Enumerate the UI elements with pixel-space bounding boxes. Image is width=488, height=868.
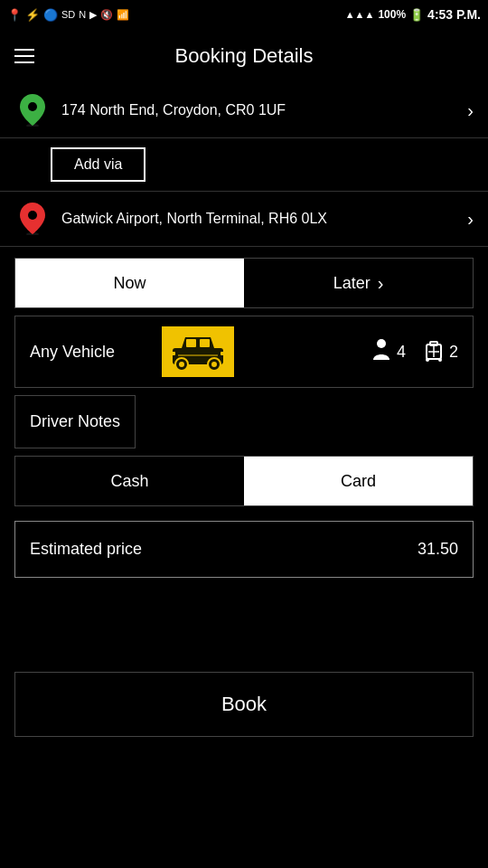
luggage-count: 2: [424, 338, 458, 366]
timing-toggle: Now Later ›: [14, 258, 474, 308]
vehicle-section[interactable]: Any Vehicle: [14, 316, 474, 388]
bottom-area: Book: [0, 592, 488, 755]
estimated-price-row: Estimated price 31.50: [14, 521, 474, 578]
svg-point-3: [28, 211, 37, 220]
svg-point-10: [211, 362, 217, 367]
sync-icon: 🔵: [43, 8, 58, 22]
time-display: 4:53 P.M.: [427, 7, 481, 22]
payment-toggle: Cash Card: [14, 456, 474, 506]
svg-point-19: [426, 358, 429, 362]
status-icons-left: 📍 ⚡ 🔵 SD N ▶ 🔇 📶: [7, 8, 129, 22]
later-chevron-icon: ›: [378, 273, 384, 294]
app-header: Booking Details: [0, 29, 488, 83]
later-label: Later: [333, 274, 371, 293]
dropoff-pin-icon: [14, 203, 51, 235]
svg-rect-12: [221, 352, 225, 355]
svg-point-9: [179, 362, 184, 367]
svg-rect-6: [200, 339, 210, 347]
mute-icon: 🔇: [100, 9, 113, 21]
sd-icon: SD: [61, 9, 75, 20]
battery-icon: 🔋: [409, 8, 424, 22]
dropoff-chevron-icon: ›: [467, 209, 474, 230]
battery-percent: 100%: [378, 8, 406, 21]
svg-point-1: [28, 102, 37, 111]
luggage-icon: [424, 338, 444, 366]
estimated-price-label: Estimated price: [30, 540, 142, 559]
later-option[interactable]: Later ›: [244, 259, 473, 307]
passenger-count: 4: [371, 338, 406, 366]
play-icon: ▶: [89, 9, 97, 21]
vehicle-details: 4 2: [249, 338, 458, 366]
person-icon: [371, 338, 391, 366]
menu-button[interactable]: [14, 49, 34, 63]
book-button[interactable]: Book: [14, 672, 474, 737]
add-via-button[interactable]: Add via: [51, 147, 145, 182]
vehicle-icon: [162, 326, 234, 377]
vehicle-label: Any Vehicle: [30, 343, 147, 362]
cash-option[interactable]: Cash: [15, 457, 244, 505]
signal-bars: ▲▲▲: [345, 9, 375, 20]
location-icon: 📍: [7, 8, 22, 22]
wifi-icon: 📶: [117, 9, 129, 21]
svg-point-20: [438, 358, 442, 362]
page-title: Booking Details: [49, 44, 439, 68]
pickup-location-row[interactable]: 174 North End, Croydon, CR0 1UF ›: [0, 83, 488, 138]
now-option[interactable]: Now: [15, 259, 244, 307]
svg-rect-11: [171, 352, 175, 355]
luggage-number: 2: [449, 343, 458, 362]
svg-point-14: [377, 339, 386, 348]
driver-notes-button[interactable]: Driver Notes: [14, 395, 136, 448]
dropoff-address: Gatwick Airport, North Terminal, RH6 0LX: [51, 210, 467, 229]
pickup-pin-icon: [14, 94, 51, 127]
usb-icon: ⚡: [25, 8, 40, 22]
card-option[interactable]: Card: [244, 457, 473, 505]
pickup-chevron-icon: ›: [467, 100, 474, 121]
svg-rect-5: [186, 339, 196, 347]
nfc-icon: N: [79, 9, 86, 20]
status-right: ▲▲▲ 100% 🔋 4:53 P.M.: [345, 7, 481, 22]
passenger-number: 4: [397, 343, 406, 362]
estimated-price-value: 31.50: [418, 540, 458, 559]
status-bar: 📍 ⚡ 🔵 SD N ▶ 🔇 📶 ▲▲▲ 100% 🔋 4:53 P.M.: [0, 0, 488, 29]
dropoff-location-row[interactable]: Gatwick Airport, North Terminal, RH6 0LX…: [0, 192, 488, 247]
add-via-row: Add via: [0, 138, 488, 192]
pickup-address: 174 North End, Croydon, CR0 1UF: [51, 101, 467, 120]
